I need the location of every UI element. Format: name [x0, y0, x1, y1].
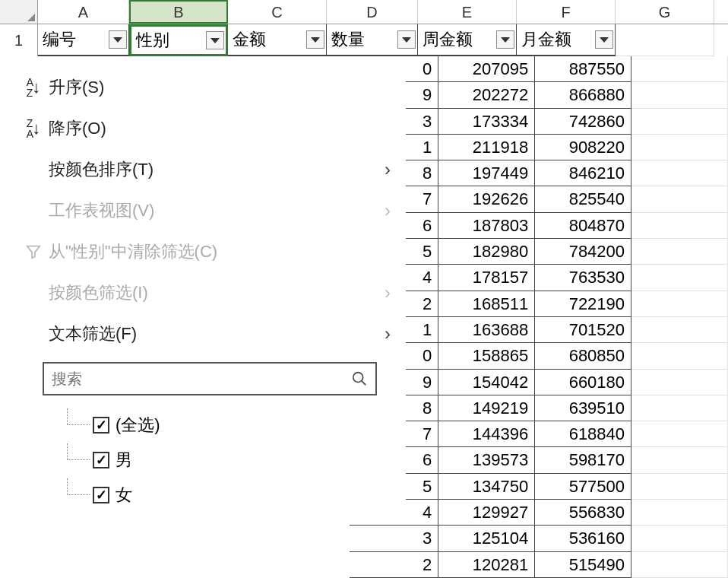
- cell[interactable]: 168511: [438, 291, 535, 317]
- cell-empty[interactable]: [631, 291, 728, 317]
- cell[interactable]: 701520: [535, 317, 631, 343]
- cell[interactable]: 197449: [438, 160, 535, 186]
- cell[interactable]: 660180: [535, 370, 631, 395]
- cell[interactable]: 639510: [535, 395, 631, 421]
- cell[interactable]: 577500: [535, 474, 631, 500]
- filter-value-item[interactable]: ✓(全选): [67, 408, 406, 443]
- filter-value-item[interactable]: ✓男: [67, 443, 406, 478]
- cell[interactable]: 129927: [438, 500, 535, 526]
- cell[interactable]: 134750: [438, 474, 535, 500]
- cell[interactable]: 211918: [438, 135, 535, 160]
- cell[interactable]: 182980: [438, 239, 535, 265]
- cell[interactable]: 163688: [438, 317, 535, 343]
- cell[interactable]: 187803: [438, 213, 535, 239]
- cell[interactable]: 207095: [438, 56, 535, 82]
- cell[interactable]: 846210: [535, 160, 631, 186]
- cell-empty[interactable]: [631, 343, 728, 369]
- cell[interactable]: 158865: [438, 343, 535, 369]
- filter-dropdown-icon[interactable]: [595, 30, 613, 49]
- cell-empty[interactable]: [631, 82, 728, 108]
- col-header-D[interactable]: D: [327, 0, 418, 24]
- cell-empty[interactable]: [631, 500, 728, 526]
- cell-empty[interactable]: [631, 526, 728, 551]
- sort-by-color[interactable]: 按颜色排序(T) ›: [11, 149, 406, 190]
- cell[interactable]: 2: [350, 552, 438, 578]
- filter-dropdown-icon[interactable]: [496, 30, 514, 49]
- cell[interactable]: 784200: [535, 239, 631, 265]
- cell[interactable]: 3: [350, 526, 438, 551]
- cell-empty[interactable]: [631, 447, 728, 473]
- cell[interactable]: 556830: [535, 500, 631, 526]
- col-header-F[interactable]: F: [517, 0, 616, 24]
- cell-empty[interactable]: [631, 395, 728, 421]
- cell[interactable]: 139573: [438, 447, 535, 473]
- select-all-corner[interactable]: [0, 0, 38, 24]
- cell-empty[interactable]: [631, 474, 728, 500]
- filter-dropdown-icon[interactable]: [306, 30, 324, 49]
- cell-empty[interactable]: [631, 160, 728, 186]
- cell-empty[interactable]: [631, 317, 728, 343]
- cell[interactable]: 618840: [535, 421, 631, 447]
- filter-dropdown-icon[interactable]: [109, 30, 127, 49]
- sort-desc-icon: ZA↓: [18, 118, 49, 139]
- cell[interactable]: 536160: [535, 526, 631, 551]
- cell-empty[interactable]: [631, 135, 728, 160]
- cell-empty[interactable]: [631, 370, 728, 395]
- cell[interactable]: 515490: [535, 552, 631, 578]
- col-header-B[interactable]: B: [129, 0, 228, 24]
- cell-empty[interactable]: [631, 421, 728, 447]
- header-cell-gender[interactable]: 性别: [129, 24, 228, 56]
- header-cell-qty[interactable]: 数量: [327, 24, 418, 56]
- cell-empty[interactable]: [631, 186, 728, 212]
- search-input[interactable]: [52, 370, 351, 388]
- row-number-1[interactable]: 1: [0, 24, 38, 56]
- col-header-C[interactable]: C: [228, 0, 327, 24]
- checkbox-icon[interactable]: ✓: [93, 487, 109, 503]
- col-header-E[interactable]: E: [418, 0, 517, 24]
- cell[interactable]: 722190: [535, 291, 631, 317]
- col-header-A[interactable]: A: [38, 0, 129, 24]
- cell-empty[interactable]: [631, 265, 728, 291]
- cell[interactable]: 763530: [535, 265, 631, 291]
- filter-value-item[interactable]: ✓女: [67, 478, 406, 513]
- cell[interactable]: 192626: [438, 186, 535, 212]
- header-cell-week-amount[interactable]: 周金额: [418, 24, 517, 56]
- cell[interactable]: 144396: [438, 421, 535, 447]
- cell-empty[interactable]: [631, 56, 728, 82]
- filter-search-box[interactable]: [43, 362, 377, 395]
- sort-ascending[interactable]: AZ↓ 升序(S): [11, 67, 406, 108]
- cell[interactable]: 120281: [438, 552, 535, 578]
- cell-empty[interactable]: [631, 552, 728, 578]
- cell[interactable]: 680850: [535, 343, 631, 369]
- cell[interactable]: 887550: [535, 56, 631, 82]
- cell[interactable]: 804870: [535, 213, 631, 239]
- header-cell-month-amount[interactable]: 月金额: [517, 24, 616, 56]
- cell[interactable]: 866880: [535, 82, 631, 108]
- filter-values-tree: ✓(全选)✓男✓女: [67, 408, 406, 513]
- checkbox-icon[interactable]: ✓: [93, 452, 109, 468]
- sort-descending[interactable]: ZA↓ 降序(O): [11, 108, 406, 149]
- col-header-G[interactable]: G: [616, 0, 714, 24]
- cell[interactable]: 173334: [438, 109, 535, 135]
- cell-empty[interactable]: [631, 109, 728, 135]
- cell[interactable]: 825540: [535, 186, 631, 212]
- cell-empty[interactable]: [631, 239, 728, 265]
- cell[interactable]: 154042: [438, 370, 535, 395]
- table-row: 4129927556830: [350, 500, 728, 526]
- text-filter[interactable]: 文本筛选(F) ›: [11, 313, 406, 354]
- cell[interactable]: 149219: [438, 395, 535, 421]
- header-cell-amount[interactable]: 金额: [228, 24, 327, 56]
- checkbox-icon[interactable]: ✓: [93, 417, 109, 434]
- header-cell-empty[interactable]: [616, 24, 714, 56]
- filter-dropdown-icon[interactable]: [397, 30, 416, 49]
- cell[interactable]: 202272: [438, 82, 535, 108]
- cell[interactable]: 908220: [535, 135, 631, 160]
- cell[interactable]: 598170: [535, 447, 631, 473]
- filter-dropdown-icon[interactable]: [206, 31, 224, 49]
- cell[interactable]: 742860: [535, 109, 631, 135]
- svg-point-0: [353, 373, 363, 383]
- cell[interactable]: 125104: [438, 526, 535, 551]
- header-cell-id[interactable]: 编号: [38, 24, 129, 56]
- cell-empty[interactable]: [631, 213, 728, 239]
- cell[interactable]: 178157: [438, 265, 535, 291]
